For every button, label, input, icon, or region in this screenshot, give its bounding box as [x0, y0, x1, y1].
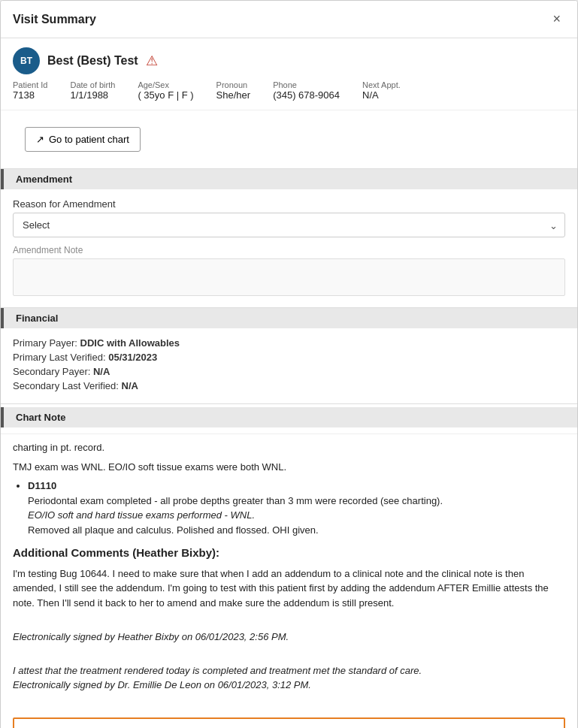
secondary-verified-label: Secondary Last Verified: [13, 380, 119, 391]
chart-note-section-header: Chart Note [1, 407, 577, 427]
chart-line-1: charting in pt. record. [13, 440, 565, 455]
patient-id-value: 7138 [13, 89, 47, 101]
age-sex-label: Age/Sex [138, 80, 193, 89]
phone-field: Phone (345) 678-9064 [273, 80, 340, 101]
patient-info-section: BT Best (Best) Test ⚠ Patient Id 7138 Da… [1, 38, 577, 110]
age-sex-field: Age/Sex ( 35yo F | F ) [138, 80, 193, 101]
pronoun-label: Pronoun [216, 80, 251, 89]
financial-section-header: Financial [1, 308, 577, 328]
amendment-note-text: Amendment: This clinical note was amende… [22, 725, 556, 728]
patient-fields: Patient Id 7138 Date of birth 1/1/1988 A… [13, 80, 565, 101]
close-button[interactable]: × [548, 10, 565, 29]
amendment-section: Amendment Reason for Amendment Select ⌄ … [1, 169, 577, 307]
bullet-code: D1110 [28, 480, 56, 491]
secondary-verified-value: N/A [122, 380, 138, 391]
warning-icon: ⚠ [146, 53, 158, 69]
go-to-chart-icon: ↗ [36, 134, 44, 145]
pronoun-value: She/her [216, 89, 251, 101]
financial-section: Financial Primary Payer: DDIC with Allow… [1, 308, 577, 403]
primary-payer-label: Primary Payer: [13, 337, 77, 349]
phone-value: (345) 678-9064 [273, 89, 340, 101]
chart-bullet-item: D1110 Periodontal exam completed - all p… [28, 479, 565, 537]
reason-for-amendment-label: Reason for Amendment [13, 198, 565, 210]
secondary-payer-value: N/A [93, 366, 110, 377]
modal-title: Visit Summary [13, 13, 96, 26]
chart-line-2: TMJ exam was WNL. EO/IO soft tissue exam… [13, 460, 565, 475]
dob-value: 1/1/1988 [70, 89, 115, 101]
patient-id-label: Patient Id [13, 80, 47, 89]
secondary-payer-row: Secondary Payer: N/A [13, 366, 565, 377]
primary-verified-value: 05/31/2023 [108, 352, 157, 363]
amendment-note-box: Amendment: This clinical note was amende… [13, 717, 565, 728]
amendment-reason-select[interactable]: Select [13, 213, 565, 237]
chart-note-section: Chart Note charting in pt. record. TMJ e… [1, 407, 577, 728]
attest-statement: I attest that the treatment rendered tod… [13, 663, 565, 693]
amendment-reason-select-wrapper: Select ⌄ [13, 213, 565, 237]
primary-payer-value: DDIC with Allowables [80, 337, 180, 349]
go-to-chart-container: ↗ Go to patient chart [1, 110, 577, 168]
amendment-note-label: Amendment Note [13, 245, 565, 255]
additional-comments-body: I'm testing Bug 10644. I need to make su… [13, 566, 565, 611]
modal-header: Visit Summary × [1, 1, 577, 38]
patient-name-row: BT Best (Best) Test ⚠ [13, 47, 565, 74]
next-appt-label: Next Appt. [362, 80, 401, 89]
next-appt-value: N/A [362, 89, 401, 101]
age-sex-value: ( 35yo F | F ) [138, 89, 193, 101]
amendment-section-header: Amendment [1, 169, 577, 189]
patient-name: Best (Best) Test [47, 54, 138, 68]
signed-heather: Electronically signed by Heather Bixby o… [13, 630, 565, 645]
primary-verified-row: Primary Last Verified: 05/31/2023 [13, 352, 565, 363]
phone-label: Phone [273, 80, 340, 89]
dob-label: Date of birth [70, 80, 115, 89]
patient-id-field: Patient Id 7138 [13, 80, 47, 101]
next-appt-field: Next Appt. N/A [362, 80, 401, 101]
visit-summary-modal: Visit Summary × BT Best (Best) Test ⚠ Pa… [0, 0, 578, 728]
financial-section-content: Primary Payer: DDIC with Allowables Prim… [1, 334, 577, 403]
amendment-section-content: Reason for Amendment Select ⌄ Amendment … [1, 195, 577, 307]
go-to-chart-button[interactable]: ↗ Go to patient chart [25, 127, 141, 152]
chart-note-content[interactable]: charting in pt. record. TMJ exam was WNL… [1, 433, 577, 728]
bullet-detail-2: EO/IO soft and hard tissue exams perform… [28, 509, 255, 521]
pronoun-field: Pronoun She/her [216, 80, 251, 101]
divider-3 [1, 403, 577, 404]
bullet-detail-1: Periodontal exam completed - all probe d… [28, 495, 443, 506]
primary-verified-label: Primary Last Verified: [13, 352, 106, 363]
amendment-note-textarea[interactable] [13, 258, 565, 296]
dob-field: Date of birth 1/1/1988 [70, 80, 115, 101]
secondary-payer-label: Secondary Payer: [13, 366, 90, 377]
additional-comments-title: Additional Comments (Heather Bixby): [13, 545, 565, 562]
go-to-chart-label: Go to patient chart [49, 134, 129, 145]
secondary-verified-row: Secondary Last Verified: N/A [13, 380, 565, 391]
bullet-detail-3: Removed all plaque and calculus. Polishe… [28, 524, 319, 536]
avatar: BT [13, 47, 40, 74]
primary-payer-row: Primary Payer: DDIC with Allowables [13, 337, 565, 349]
